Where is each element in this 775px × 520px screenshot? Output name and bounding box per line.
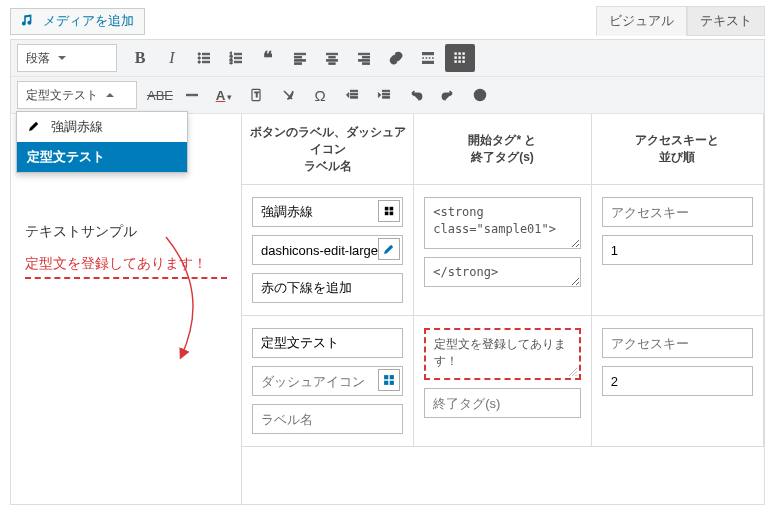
- svg-rect-13: [294, 56, 301, 58]
- table-row: <strong class="sample01"> </strong>: [242, 185, 764, 316]
- svg-rect-54: [390, 381, 394, 385]
- svg-rect-17: [329, 56, 335, 58]
- svg-rect-43: [382, 93, 389, 95]
- music-icon: [21, 12, 37, 31]
- icon-picker-button[interactable]: [378, 369, 400, 391]
- svg-rect-27: [454, 52, 456, 54]
- editor-box: 段落 B I 123 ❝ 定型文テスト ABE A▾ T: [10, 39, 765, 505]
- svg-point-4: [198, 61, 200, 63]
- labelname-input[interactable]: [252, 404, 403, 434]
- col-header-tags: 開始タグ* と 終了タグ(s): [414, 114, 592, 185]
- align-left-button[interactable]: [285, 44, 315, 72]
- hr-button[interactable]: [177, 81, 207, 109]
- svg-rect-32: [462, 56, 464, 58]
- col-header-label: ボタンのラベル、ダッシュアイコン ラベル名: [242, 114, 414, 185]
- order-input[interactable]: [602, 366, 753, 396]
- paste-text-button[interactable]: T: [241, 81, 271, 109]
- link-button[interactable]: [381, 44, 411, 72]
- svg-rect-21: [362, 56, 369, 58]
- redo-button[interactable]: [433, 81, 463, 109]
- svg-text:T: T: [254, 90, 259, 99]
- kitchen-sink-button[interactable]: [445, 44, 475, 72]
- close-tag-input[interactable]: [424, 388, 581, 418]
- special-char-button[interactable]: Ω: [305, 81, 335, 109]
- italic-button[interactable]: I: [157, 44, 187, 72]
- numbered-list-button[interactable]: 123: [221, 44, 251, 72]
- labelname-input[interactable]: [252, 273, 403, 303]
- block-format-select[interactable]: 段落: [17, 44, 117, 72]
- clear-format-button[interactable]: [273, 81, 303, 109]
- svg-rect-35: [462, 60, 464, 62]
- accesskey-input[interactable]: [602, 328, 753, 358]
- sample-paragraph-2: 定型文を登録してあります！: [25, 252, 227, 278]
- label-input[interactable]: [252, 328, 403, 358]
- add-media-label: メディアを追加: [43, 12, 134, 30]
- svg-text:3: 3: [230, 59, 233, 65]
- undo-button[interactable]: [401, 81, 431, 109]
- open-tag-textarea[interactable]: 定型文を登録してあります！: [424, 328, 581, 380]
- formats-menu-item-fixed[interactable]: 定型文テスト: [17, 142, 187, 172]
- svg-rect-31: [458, 56, 460, 58]
- caret-down-icon: [58, 56, 66, 60]
- align-center-button[interactable]: [317, 44, 347, 72]
- formats-select[interactable]: 定型文テスト: [17, 81, 137, 109]
- svg-rect-47: [385, 207, 389, 211]
- svg-point-2: [198, 57, 200, 59]
- add-media-button[interactable]: メディアを追加: [10, 8, 145, 35]
- bold-button[interactable]: B: [125, 44, 155, 72]
- svg-rect-33: [454, 60, 456, 62]
- textcolor-button[interactable]: A▾: [209, 81, 239, 109]
- svg-point-0: [198, 53, 200, 55]
- accesskey-input[interactable]: [602, 197, 753, 227]
- close-tag-textarea[interactable]: </strong>: [424, 257, 581, 287]
- outdent-button[interactable]: [337, 81, 367, 109]
- formats-menu-item-emphasis[interactable]: 強調赤線: [17, 112, 187, 142]
- svg-rect-30: [454, 56, 456, 58]
- svg-rect-53: [384, 381, 388, 385]
- indent-button[interactable]: [369, 81, 399, 109]
- open-tag-textarea[interactable]: <strong class="sample01">: [424, 197, 581, 249]
- icon-picker-button[interactable]: [378, 200, 400, 222]
- svg-rect-34: [458, 60, 460, 62]
- help-button[interactable]: [465, 81, 495, 109]
- svg-rect-9: [234, 57, 241, 59]
- svg-rect-36: [186, 94, 197, 96]
- quicktags-settings-table: ボタンのラベル、ダッシュアイコン ラベル名 開始タグ* と 終了タグ(s) アク…: [241, 114, 764, 504]
- strikethrough-button[interactable]: ABE: [145, 81, 175, 109]
- svg-rect-25: [422, 61, 433, 63]
- toolbar-row-1: 段落 B I 123 ❝: [11, 40, 764, 77]
- svg-rect-20: [358, 53, 369, 55]
- svg-rect-18: [326, 60, 337, 62]
- svg-rect-5: [202, 61, 209, 63]
- svg-rect-49: [385, 212, 389, 216]
- svg-rect-1: [202, 53, 209, 55]
- tab-text[interactable]: テキスト: [687, 6, 765, 36]
- svg-rect-14: [294, 60, 305, 62]
- svg-rect-23: [362, 63, 369, 65]
- caret-up-icon: [106, 93, 114, 97]
- pencil-icon: [27, 119, 41, 136]
- order-input[interactable]: [602, 235, 753, 265]
- svg-rect-41: [350, 97, 357, 99]
- bulleted-list-button[interactable]: [189, 44, 219, 72]
- svg-rect-3: [202, 57, 209, 59]
- svg-rect-11: [234, 61, 241, 63]
- svg-rect-44: [382, 97, 389, 99]
- icon-picker-button[interactable]: [378, 238, 400, 260]
- svg-rect-50: [390, 212, 394, 216]
- formats-menu-dropdown: 強調赤線 定型文テスト: [16, 111, 188, 173]
- svg-rect-42: [382, 90, 389, 92]
- svg-rect-15: [294, 63, 301, 65]
- svg-rect-29: [462, 52, 464, 54]
- read-more-button[interactable]: [413, 44, 443, 72]
- tab-visual[interactable]: ビジュアル: [596, 6, 687, 36]
- svg-rect-22: [358, 60, 369, 62]
- svg-point-46: [479, 98, 480, 99]
- align-right-button[interactable]: [349, 44, 379, 72]
- svg-rect-12: [294, 53, 305, 55]
- svg-rect-16: [326, 53, 337, 55]
- svg-rect-24: [422, 52, 433, 54]
- svg-rect-19: [329, 63, 335, 65]
- resize-icon: [569, 368, 577, 376]
- quote-button[interactable]: ❝: [253, 44, 283, 72]
